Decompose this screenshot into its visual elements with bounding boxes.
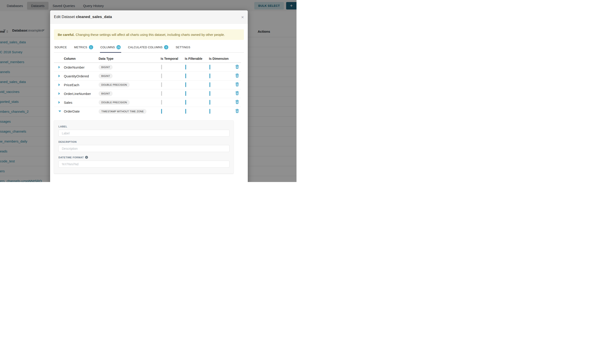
column-row: OrderDate TIMESTAMP WITHOUT TIME ZONE [54, 107, 241, 116]
is-filterable-checkbox[interactable] [185, 109, 186, 114]
is-dimension-checkbox[interactable] [209, 65, 210, 70]
is-dimension-checkbox[interactable] [209, 91, 210, 96]
columns-table-header: Column Data Type Is Temporal Is Filterab… [54, 53, 241, 63]
data-type-badge: BIGINT [99, 65, 112, 70]
tab-label: SOURCE [54, 46, 67, 49]
header-is-temporal: Is Temporal [158, 57, 183, 60]
warning-banner-text: Changing these settings will affect all … [76, 33, 225, 37]
expand-caret-icon[interactable] [59, 75, 60, 77]
warning-banner: Be careful. Changing these settings will… [54, 29, 244, 40]
is-filterable-checkbox[interactable] [185, 82, 186, 87]
trash-icon[interactable] [235, 91, 239, 95]
tab-count-badge: 25 [116, 45, 121, 49]
close-icon[interactable]: × [241, 15, 244, 20]
label-field-label: LABEL [59, 125, 229, 128]
is-dimension-checkbox[interactable] [209, 109, 210, 114]
is-filterable-checkbox[interactable] [185, 73, 186, 78]
data-type-badge: DOUBLE PRECISION [99, 100, 130, 105]
description-input[interactable] [59, 145, 230, 152]
trash-icon[interactable] [235, 73, 239, 78]
tab-calculated-columns[interactable]: CALCULATED COLUMNS0 [127, 43, 169, 53]
column-detail-panel: LABEL DESCRIPTION DATETIME FORMAT i [54, 120, 234, 174]
modal-header: Edit Dataset cleaned_sales_data × [50, 10, 248, 24]
trash-icon[interactable] [235, 100, 239, 104]
datetime-format-label-text: DATETIME FORMAT [59, 156, 84, 159]
modal-body: Be careful. Changing these settings will… [50, 24, 248, 174]
header-is-filterable: Is Filterable [183, 57, 207, 60]
datetime-format-input[interactable] [59, 161, 230, 168]
is-filterable-checkbox[interactable] [185, 100, 186, 105]
column-name: OrderLineNumber [64, 92, 99, 96]
expand-caret-icon[interactable] [59, 92, 60, 95]
edit-dataset-modal: Edit Dataset cleaned_sales_data × Be car… [50, 10, 248, 182]
columns-table-body: OrderNumber BIGINT QuantityOrdered BIGIN… [54, 63, 241, 116]
datasets-page: DatabasesDatasetsSaved QueriesQuery Hist… [0, 0, 296, 182]
tab-columns[interactable]: COLUMNS25 [100, 43, 121, 53]
data-type-badge: BIGINT [99, 73, 112, 78]
is-temporal-checkbox[interactable] [161, 109, 162, 114]
expand-caret-icon[interactable] [59, 66, 60, 69]
column-name: Sales [64, 101, 99, 104]
header-column: Column [64, 57, 99, 60]
datetime-format-field-label: DATETIME FORMAT i [59, 156, 229, 159]
header-data-type: Data Type [99, 57, 158, 60]
column-row: OrderNumber BIGINT [54, 63, 241, 72]
modal-title: Edit Dataset cleaned_sales_data [54, 15, 112, 19]
is-dimension-checkbox[interactable] [209, 100, 210, 105]
trash-icon[interactable] [235, 109, 239, 113]
data-type-badge: DOUBLE PRECISION [99, 82, 130, 87]
header-is-dimension: Is Dimension [207, 57, 231, 60]
is-temporal-checkbox[interactable] [161, 82, 162, 87]
tab-count-badge: 0 [164, 45, 168, 49]
trash-icon[interactable] [235, 65, 239, 69]
tab-settings[interactable]: SETTINGS [175, 43, 191, 53]
is-temporal-checkbox[interactable] [161, 91, 162, 96]
is-dimension-checkbox[interactable] [209, 82, 210, 87]
columns-table: Column Data Type Is Temporal Is Filterab… [54, 53, 241, 116]
is-temporal-checkbox[interactable] [161, 65, 162, 70]
label-input[interactable] [59, 130, 230, 137]
modal-dataset-name: cleaned_sales_data [76, 15, 112, 19]
tab-label: METRICS [74, 46, 87, 49]
is-dimension-checkbox[interactable] [209, 73, 210, 78]
tab-metrics[interactable]: METRICS1 [73, 43, 93, 53]
tab-source[interactable]: SOURCE [54, 43, 67, 53]
column-row: Sales DOUBLE PRECISION [54, 98, 241, 107]
description-field-label: DESCRIPTION [59, 141, 229, 143]
is-temporal-checkbox[interactable] [161, 73, 162, 78]
trash-icon[interactable] [235, 82, 239, 86]
column-name: PriceEach [64, 83, 99, 87]
tab-count-badge: 1 [89, 45, 93, 49]
is-filterable-checkbox[interactable] [185, 91, 186, 96]
column-row: OrderLineNumber BIGINT [54, 89, 241, 98]
tab-label: SETTINGS [176, 46, 190, 49]
is-filterable-checkbox[interactable] [185, 65, 186, 70]
data-type-badge: BIGINT [99, 91, 112, 96]
expand-caret-icon[interactable] [59, 84, 60, 86]
column-row: PriceEach DOUBLE PRECISION [54, 80, 241, 89]
info-icon[interactable]: i [85, 156, 88, 159]
tab-label: CALCULATED COLUMNS [128, 46, 163, 49]
expand-caret-icon[interactable] [59, 101, 60, 104]
modal-tabs: SOURCEMETRICS1COLUMNS25CALCULATED COLUMN… [54, 43, 244, 53]
label-field-group: LABEL [59, 125, 229, 137]
column-name: QuantityOrdered [64, 74, 99, 78]
datetime-format-field-group: DATETIME FORMAT i [59, 156, 229, 168]
data-type-badge: TIMESTAMP WITHOUT TIME ZONE [99, 109, 146, 114]
description-field-group: DESCRIPTION [59, 141, 229, 152]
expand-caret-icon[interactable] [59, 110, 61, 112]
column-name: OrderDate [64, 109, 99, 113]
column-name: OrderNumber [64, 65, 99, 69]
is-temporal-checkbox[interactable] [161, 100, 162, 105]
modal-title-prefix: Edit Dataset [54, 15, 75, 19]
warning-banner-bold: Be careful. [58, 33, 74, 37]
column-row: QuantityOrdered BIGINT [54, 72, 241, 80]
tab-label: COLUMNS [100, 46, 115, 49]
